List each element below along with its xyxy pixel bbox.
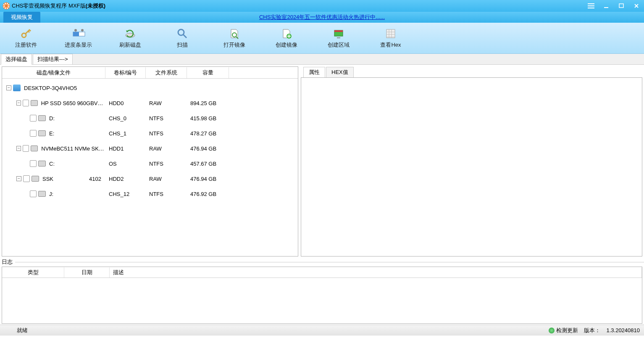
open-image-label: 打开镜像 (223, 41, 245, 49)
create-region-icon (333, 28, 344, 40)
expander-icon[interactable]: − (6, 85, 11, 90)
globe-icon (549, 328, 555, 333)
main-row: 磁盘/镜像文件 卷标/编号 文件系统 容量 − DESKTOP-3Q4VHO5 … (0, 65, 644, 258)
col-capacity[interactable]: 容量 (187, 67, 229, 78)
tree-root[interactable]: − DESKTOP-3Q4VHO5 (2, 80, 298, 95)
log-header: 类型 日期 描述 (2, 267, 642, 278)
promo-link[interactable]: CHS实验室2024年五一软件优惠活动火热进行中...... (259, 13, 385, 21)
status-ready: 就绪 (4, 327, 28, 334)
tree-partition[interactable]: C: OS NTFS 457.67 GB (2, 156, 298, 171)
tree-disk-0[interactable]: − HP SSD S650 960GBV102... HDD0 RAW 894.… (2, 95, 298, 111)
col-filesystem[interactable]: 文件系统 (146, 67, 187, 78)
window-title: CHS零壹视频恢复程序 MXF版 (12, 2, 86, 10)
divider (15, 262, 644, 262)
expander-icon[interactable]: − (16, 100, 21, 106)
create-region-button[interactable]: 创建区域 (313, 24, 365, 52)
create-image-button[interactable]: 创建镜像 (260, 24, 313, 52)
tree-partition[interactable]: E: CHS_1 NTFS 478.27 GB (2, 126, 298, 141)
log-panel: 类型 日期 描述 (2, 267, 642, 324)
tab-hex[interactable]: HEX值 (326, 67, 354, 77)
right-content (301, 77, 642, 256)
tree-disk-1[interactable]: − NVMeBC511 NVMe SK hy... HDD1 RAW 476.9… (2, 141, 298, 156)
computer-icon (13, 85, 21, 91)
register-button[interactable]: 注册软件 (0, 24, 52, 52)
window-title-suffix: (未授权) (86, 2, 106, 10)
checkbox[interactable] (30, 190, 37, 197)
hex-icon (385, 28, 397, 40)
refresh-disk-button[interactable]: 刷新磁盘 (104, 24, 156, 52)
check-update-button[interactable]: 检测更新 (549, 327, 578, 334)
disk-header: 磁盘/镜像文件 卷标/编号 文件系统 容量 (2, 67, 298, 79)
svg-point-9 (178, 29, 184, 35)
scan-icon (176, 28, 188, 40)
checkbox[interactable] (30, 130, 37, 137)
refresh-label: 刷新磁盘 (119, 41, 141, 49)
disk-icon (31, 100, 38, 106)
checkbox[interactable] (23, 175, 30, 182)
disk-icon (31, 145, 38, 151)
panel-tabs: 选择磁盘 扫描结果---> (0, 54, 644, 65)
view-hex-label: 查看Hex (380, 41, 401, 49)
tab-scan-results[interactable]: 扫描结果---> (33, 54, 73, 64)
version-value: 1.3.20240810 (606, 327, 640, 333)
disk-panel: 磁盘/镜像文件 卷标/编号 文件系统 容量 − DESKTOP-3Q4VHO5 … (2, 66, 298, 256)
progress-icon (72, 28, 84, 40)
expander-icon[interactable]: − (16, 146, 21, 151)
ribbon-tab-row: 视频恢复 CHS实验室2024年五一软件优惠活动火热进行中...... (0, 12, 644, 23)
log-section-label: 日志 (0, 258, 644, 266)
tab-attributes[interactable]: 属性 (303, 67, 325, 77)
maximize-button[interactable] (614, 0, 629, 12)
key-icon (20, 28, 32, 40)
checkbox[interactable] (30, 115, 37, 122)
drive-icon (38, 191, 46, 197)
tree-disk-2[interactable]: − SSK 4102 HDD2 RAW 476.94 GB (2, 171, 298, 186)
col-label[interactable]: 卷标/编号 (105, 67, 146, 78)
tab-select-disk[interactable]: 选择磁盘 (1, 54, 32, 65)
log-col-type[interactable]: 类型 (2, 267, 64, 278)
svg-point-6 (74, 29, 77, 32)
open-image-button[interactable]: 打开镜像 (208, 24, 260, 52)
checkbox[interactable] (23, 100, 29, 106)
view-hex-button[interactable]: 查看Hex (365, 24, 417, 52)
tree-partition[interactable]: D: CHS_0 NTFS 415.98 GB (2, 111, 298, 126)
progress-label: 进度条显示 (65, 41, 92, 49)
refresh-icon (124, 28, 136, 40)
drive-icon (38, 115, 46, 121)
drive-icon (38, 130, 46, 136)
svg-rect-2 (619, 4, 623, 8)
drive-icon (38, 161, 46, 167)
register-label: 注册软件 (15, 41, 37, 49)
checkbox[interactable] (30, 160, 37, 167)
tree-partition[interactable]: J: CHS_12 NTFS 476.92 GB (2, 186, 298, 201)
create-image-icon (281, 28, 292, 40)
menu-button[interactable] (584, 0, 599, 12)
log-col-desc[interactable]: 描述 (110, 267, 642, 278)
expander-icon[interactable]: − (16, 176, 21, 181)
minimize-button[interactable] (599, 0, 614, 12)
right-panel: 属性 HEX值 (301, 66, 642, 256)
col-disk-name[interactable]: 磁盘/镜像文件 (2, 67, 105, 78)
titlebar: CHS零壹视频恢复程序 MXF版 (未授权) (0, 0, 644, 12)
checkbox[interactable] (23, 145, 29, 152)
svg-rect-5 (73, 32, 79, 36)
open-image-icon (229, 28, 240, 40)
disk-icon (32, 176, 39, 182)
right-tabs: 属性 HEX值 (301, 66, 642, 77)
create-region-label: 创建区域 (328, 41, 350, 49)
svg-rect-1 (604, 7, 608, 8)
app-icon (3, 2, 10, 10)
statusbar: 就绪 检测更新 版本： 1.3.20240810 (0, 325, 644, 336)
create-image-label: 创建镜像 (276, 41, 297, 49)
ribbon-tab-video-recovery[interactable]: 视频恢复 (3, 12, 40, 23)
scan-button[interactable]: 扫描 (156, 24, 208, 52)
scan-label: 扫描 (177, 41, 188, 49)
svg-point-7 (81, 29, 84, 32)
toolbar: 注册软件 进度条显示 刷新磁盘 扫描 打开镜像 创建镜像 创建区域 查看Hex (0, 23, 644, 54)
log-col-date[interactable]: 日期 (64, 267, 110, 278)
svg-rect-13 (334, 30, 343, 32)
close-button[interactable] (629, 0, 644, 12)
version-label: 版本： (584, 327, 600, 334)
progress-button[interactable]: 进度条显示 (52, 24, 104, 52)
svg-rect-14 (386, 29, 395, 38)
disk-tree: − DESKTOP-3Q4VHO5 − HP SSD S650 960GBV10… (2, 79, 298, 256)
